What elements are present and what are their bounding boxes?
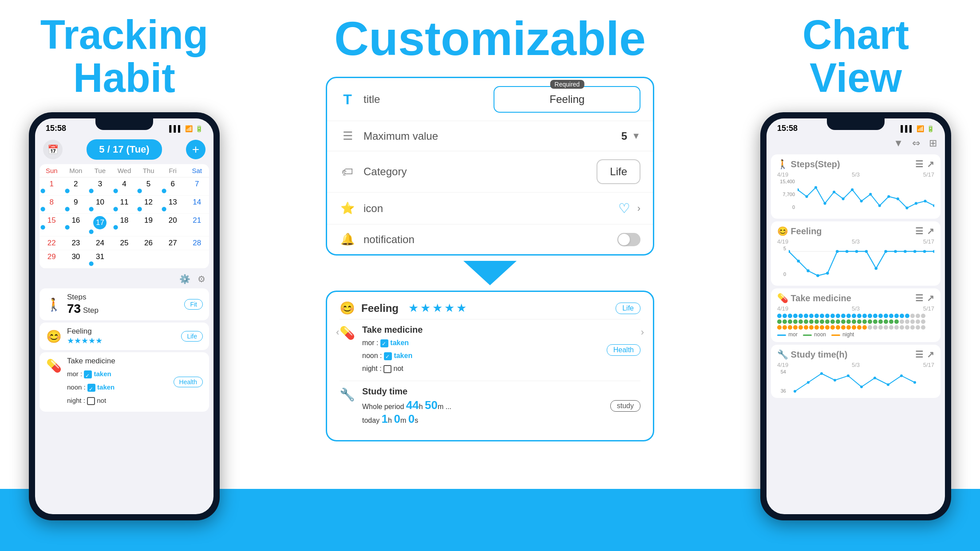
cal-cell[interactable]: 19 — [136, 214, 161, 236]
cal-cell[interactable]: 11⬤ — [112, 196, 137, 213]
svg-point-34 — [807, 381, 810, 384]
cal-cell[interactable]: 21 — [185, 214, 209, 236]
svg-point-10 — [887, 195, 890, 198]
mid-column: Customizable T title Required Feeling ☰ … — [249, 0, 731, 551]
medicine-dot-grid — [777, 314, 934, 330]
svg-point-5 — [842, 197, 845, 200]
filter-icon-right[interactable]: ▼ — [893, 138, 903, 149]
settings-icon[interactable]: ⚙ — [198, 274, 205, 284]
svg-point-39 — [873, 377, 876, 379]
cal-cell[interactable]: 6⬤ — [161, 177, 185, 195]
layers-icon[interactable]: ⊞ — [929, 138, 937, 149]
next-arrow-icon[interactable]: › — [641, 327, 644, 338]
svg-point-31 — [923, 250, 926, 253]
left-column: Tracking Habit 15:58 ▌▌▌ 📶 🔋 — [0, 0, 249, 551]
medicine-detail: Take medicine mor : taken noon : taken n… — [362, 325, 600, 375]
max-value-selector[interactable]: 5 ▼ — [621, 130, 640, 142]
svg-point-23 — [846, 250, 849, 253]
cal-cell[interactable]: 18⬤ — [112, 214, 137, 236]
steps-chart-name: Steps(Step) — [791, 159, 840, 169]
feeling-preview-name: Feeling — [361, 302, 399, 315]
title-input-field[interactable]: Feeling — [494, 86, 640, 113]
cal-cell[interactable]: 24 — [88, 236, 112, 250]
check-noon — [87, 384, 95, 392]
expand-icon-feeling[interactable]: ↗ — [927, 226, 934, 236]
cal-cell[interactable]: 31⬤ — [88, 250, 112, 268]
dot-row-green — [777, 319, 934, 324]
cal-cell[interactable]: 14 — [185, 196, 209, 213]
expand-icon-steps[interactable]: ↗ — [927, 159, 934, 169]
cal-cell[interactable]: 7 — [185, 177, 209, 195]
svg-point-41 — [900, 374, 903, 377]
signal-icon: ▌▌▌ — [169, 125, 182, 132]
list-icon-feeling[interactable]: ☰ — [915, 226, 923, 236]
calendar-icon-btn[interactable]: 📅 — [43, 140, 63, 159]
cal-cell[interactable]: 30 — [64, 250, 88, 268]
cal-cell[interactable]: 26 — [136, 236, 161, 250]
date-pill[interactable]: 5 / 17 (Tue) — [87, 139, 162, 160]
battery-icon-right: 🔋 — [927, 125, 934, 132]
svg-point-32 — [933, 250, 934, 253]
category-value[interactable]: Life — [597, 159, 640, 184]
study-tag: study — [610, 400, 640, 412]
swap-icon[interactable]: ⇔ — [912, 138, 920, 149]
cal-cell[interactable]: 13⬤ — [161, 196, 185, 213]
study-minutes: 50 — [425, 398, 438, 412]
cal-cell[interactable]: 10⬤ — [88, 196, 112, 213]
list-icon-steps[interactable]: ☰ — [915, 159, 923, 169]
cal-cell[interactable]: 3⬤ — [88, 177, 112, 195]
cal-cell[interactable]: 29 — [40, 250, 64, 268]
notification-row: 🔔 notification — [327, 224, 653, 254]
cal-cell[interactable]: 2⬤ — [64, 177, 88, 195]
steps-habit-item[interactable]: 🚶 Steps 73 Step Fit — [40, 288, 209, 320]
medicine-chart-name: Take medicine — [791, 293, 851, 303]
study-whole-time: Whole period 44h 50m ... — [362, 398, 603, 412]
phone-notch-right — [827, 118, 885, 130]
cal-cell[interactable]: 27 — [161, 236, 185, 250]
prev-arrow-icon[interactable]: ‹ — [336, 327, 339, 338]
cal-cell[interactable]: 15⬤ — [40, 214, 64, 236]
study-chart-block: 🔧 Study time(h) ☰ ↗ 4/195/35/17 5436 — [771, 345, 940, 398]
feeling-habit-item[interactable]: 😊 Feeling ★★★★★ Life — [40, 323, 209, 350]
cal-cell[interactable]: 16⬤ — [64, 214, 88, 236]
svg-point-13 — [915, 202, 917, 205]
svg-point-9 — [878, 205, 881, 207]
svg-point-7 — [860, 200, 863, 202]
medicine-habit-item[interactable]: 💊 Take medicine mor : taken noon : taken… — [40, 352, 209, 412]
filter-icon[interactable]: ⚙️ — [179, 274, 190, 284]
cal-cell[interactable]: 1⬤ — [40, 177, 64, 195]
cal-cell[interactable]: 20 — [161, 214, 185, 236]
list-icon-study[interactable]: ☰ — [915, 349, 923, 360]
icon-selector[interactable]: ♡ › — [618, 201, 640, 216]
chevron-right-icon: › — [637, 203, 640, 214]
cal-cell[interactable]: 8⬤ — [40, 196, 64, 213]
calendar-header: 📅 5 / 17 (Tue) + — [35, 135, 213, 164]
cal-cell[interactable]: 22 — [40, 236, 64, 250]
cal-cell[interactable]: 28 — [185, 236, 209, 250]
wifi-icon: 📶 — [185, 125, 193, 132]
title-label: title — [364, 93, 486, 106]
svg-point-37 — [847, 374, 850, 377]
cal-cell[interactable]: 9⬤ — [64, 196, 88, 213]
notification-toggle[interactable] — [617, 233, 640, 246]
cal-cell[interactable]: 23 — [64, 236, 88, 250]
expand-icon-medicine[interactable]: ↗ — [927, 293, 934, 303]
left-title-line1: Tracking — [40, 12, 208, 57]
steps-info: Steps 73 Step — [67, 293, 179, 316]
add-habit-button[interactable]: + — [186, 140, 205, 159]
notification-label: notification — [364, 233, 609, 246]
expand-icon-study[interactable]: ↗ — [927, 349, 934, 360]
cal-cell[interactable]: 4⬤ — [112, 177, 137, 195]
study-today-time: today 1h 0m 0s — [362, 412, 603, 426]
preview-star-1: ★ — [408, 301, 419, 315]
life-tag: Life — [616, 303, 640, 314]
cal-cell[interactable]: 12⬤ — [136, 196, 161, 213]
svg-point-21 — [826, 272, 829, 275]
cal-cell-today[interactable]: 17⬤ — [88, 214, 112, 236]
status-icons-left: ▌▌▌ 📶 🔋 — [169, 125, 203, 132]
cal-cell[interactable]: 25 — [112, 236, 137, 250]
cal-cell[interactable]: 5⬤ — [136, 177, 161, 195]
preview-star-4: ★ — [444, 301, 454, 315]
study-chart-dates: 4/195/35/17 — [777, 362, 934, 368]
list-icon-medicine[interactable]: ☰ — [915, 293, 923, 303]
